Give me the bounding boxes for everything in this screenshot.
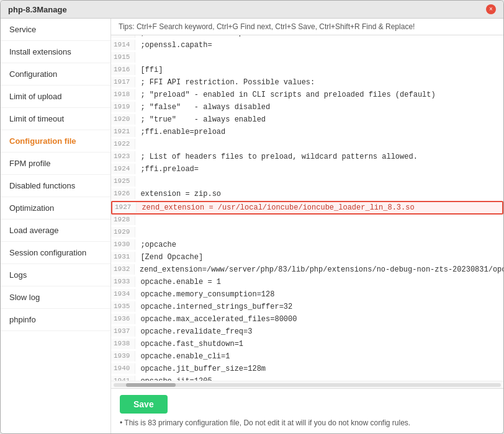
code-line: 1935opcache.interned_strings_buffer=32 xyxy=(111,301,503,314)
code-editor-wrapper: 1907; If openssl.cafile is not specified… xyxy=(111,35,503,388)
sidebar-item-limit-of-upload[interactable]: Limit of upload xyxy=(1,86,110,108)
line-number: 1914 xyxy=(111,40,135,50)
line-content: opcache.max_accelerated_files=80000 xyxy=(135,314,297,325)
code-line: 1937opcache.revalidate_freq=3 xyxy=(111,326,503,339)
line-number: 1939 xyxy=(111,351,135,361)
line-number: 1928 xyxy=(111,215,135,225)
code-line: 1941opcache.jit=1205 xyxy=(111,376,503,381)
sidebar-item-install-extensions[interactable]: Install extensions xyxy=(1,41,110,63)
sidebar: ServiceInstall extensionsConfigurationLi… xyxy=(1,19,111,433)
line-number: 1920 xyxy=(111,114,135,125)
code-line: 1930;opcache xyxy=(111,239,503,252)
line-number: 1936 xyxy=(111,314,135,324)
line-content: opcache.jit=1205 xyxy=(135,376,212,381)
line-number: 1941 xyxy=(111,376,135,381)
sidebar-item-limit-of-timeout[interactable]: Limit of timeout xyxy=(1,108,110,130)
line-content: opcache.enable = 1 xyxy=(135,277,221,288)
line-number: 1924 xyxy=(111,164,135,174)
code-line: 1940opcache.jit_buffer_size=128m xyxy=(111,363,503,376)
scrollbar-thumb[interactable] xyxy=(126,383,176,387)
line-content: zend_extension = /usr/local/ioncube/ionc… xyxy=(137,202,414,213)
sidebar-item-optimization[interactable]: Optimization xyxy=(1,197,110,219)
line-content: ;ffi.preload= xyxy=(135,164,199,175)
sidebar-item-logs[interactable]: Logs xyxy=(1,264,110,286)
code-line: 1916[ffi] xyxy=(111,64,503,77)
code-line: 1926extension = zip.so xyxy=(111,188,503,201)
code-line: 1938opcache.fast_shutdown=1 xyxy=(111,339,503,351)
line-number: 1923 xyxy=(111,151,135,162)
line-content: zend_extension=/www/server/php/83/lib/ph… xyxy=(135,264,503,275)
line-content: [ffi] xyxy=(135,64,163,76)
line-content: ; FFI API restriction. Possible values: xyxy=(135,77,315,88)
code-line: 1918; "preload" - enabled in CLI scripts… xyxy=(111,89,503,102)
footer-bar: Save • This is 83 primary configuration … xyxy=(111,388,503,433)
line-content: extension = zip.so xyxy=(135,188,221,200)
line-number: 1930 xyxy=(111,239,135,250)
sidebar-item-fpm-profile[interactable]: FPM profile xyxy=(1,153,110,175)
close-button[interactable]: × xyxy=(486,4,496,14)
line-content: ; SSL stream context option. xyxy=(135,35,266,38)
code-line: 1922 xyxy=(111,139,503,151)
line-number: 1934 xyxy=(111,289,135,299)
line-number: 1935 xyxy=(111,301,135,312)
code-line: 1917; FFI API restriction. Possible valu… xyxy=(111,77,503,89)
line-number: 1918 xyxy=(111,89,135,100)
save-button[interactable]: Save xyxy=(120,395,168,414)
code-line: 1923; List of headers files to preload, … xyxy=(111,151,503,164)
line-number: 1925 xyxy=(111,176,135,187)
sidebar-item-service[interactable]: Service xyxy=(1,19,110,41)
code-line: 1915 xyxy=(111,52,503,64)
sidebar-item-configuration-file[interactable]: Configuration file xyxy=(1,130,110,153)
code-line: 1939opcache.enable_cli=1 xyxy=(111,351,503,363)
sidebar-item-session-configuration[interactable]: Session configuration xyxy=(1,242,110,264)
line-number: 1927 xyxy=(112,202,137,213)
line-content: ; "preload" - enabled in CLI scripts and… xyxy=(135,89,435,100)
main-window: php-8.3Manage × ServiceInstall extension… xyxy=(0,0,504,434)
line-content: ; List of headers files to preload, wild… xyxy=(135,151,417,162)
line-number: 1938 xyxy=(111,339,135,349)
code-line: 1933opcache.enable = 1 xyxy=(111,277,503,289)
code-line: 1934opcache.memory_consumption=128 xyxy=(111,289,503,301)
line-content: opcache.revalidate_freq=3 xyxy=(135,326,252,337)
tips-text: Tips: Ctrl+F Search keyword, Ctrl+G Find… xyxy=(119,22,415,31)
code-editor[interactable]: 1907; If openssl.cafile is not specified… xyxy=(111,35,503,381)
content-area: Tips: Ctrl+F Search keyword, Ctrl+G Find… xyxy=(111,19,503,433)
main-layout: ServiceInstall extensionsConfigurationLi… xyxy=(1,19,503,433)
code-line: 1913; SSL stream context option. xyxy=(111,35,503,40)
line-number: 1932 xyxy=(111,264,135,275)
code-line: 1919; "false" - always disabled xyxy=(111,102,503,114)
horizontal-scrollbar[interactable] xyxy=(111,381,503,388)
line-number: 1917 xyxy=(111,77,135,87)
code-line: 1924;ffi.preload= xyxy=(111,164,503,176)
code-line: 1925 xyxy=(111,176,503,188)
sidebar-item-phpinfo[interactable]: phpinfo xyxy=(1,309,110,331)
code-line: 1932zend_extension=/www/server/php/83/li… xyxy=(111,264,503,277)
scrollbar-track xyxy=(114,383,501,387)
line-number: 1915 xyxy=(111,52,135,63)
code-line: 1936opcache.max_accelerated_files=80000 xyxy=(111,314,503,326)
line-number: 1921 xyxy=(111,126,135,137)
code-line: 1931[Zend Opcache] xyxy=(111,252,503,264)
sidebar-item-disabled-functions[interactable]: Disabled functions xyxy=(1,175,110,197)
window-title: php-8.3Manage xyxy=(8,5,67,14)
line-content: opcache.fast_shutdown=1 xyxy=(135,339,243,350)
sidebar-item-slow-log[interactable]: Slow log xyxy=(1,286,110,309)
line-content: opcache.memory_consumption=128 xyxy=(135,289,274,300)
line-content: [Zend Opcache] xyxy=(135,252,203,263)
line-number: 1919 xyxy=(111,102,135,112)
line-number: 1937 xyxy=(111,326,135,337)
code-line: 1921;ffi.enable=preload xyxy=(111,126,503,139)
footer-note: • This is 83 primary configuration file,… xyxy=(120,418,495,427)
code-line: 1928 xyxy=(111,215,503,227)
line-content: ;openssl.capath= xyxy=(135,40,212,51)
line-number: 1933 xyxy=(111,277,135,287)
line-number: 1916 xyxy=(111,64,135,75)
line-content: ;opcache xyxy=(135,239,176,250)
line-number: 1913 xyxy=(111,35,135,38)
sidebar-item-configuration[interactable]: Configuration xyxy=(1,63,110,86)
line-number: 1922 xyxy=(111,139,135,149)
line-content: ; "false" - always disabled xyxy=(135,102,270,113)
code-line: 1920; "true" - always enabled xyxy=(111,114,503,126)
line-number: 1940 xyxy=(111,363,135,374)
sidebar-item-load-average[interactable]: Load average xyxy=(1,219,110,242)
